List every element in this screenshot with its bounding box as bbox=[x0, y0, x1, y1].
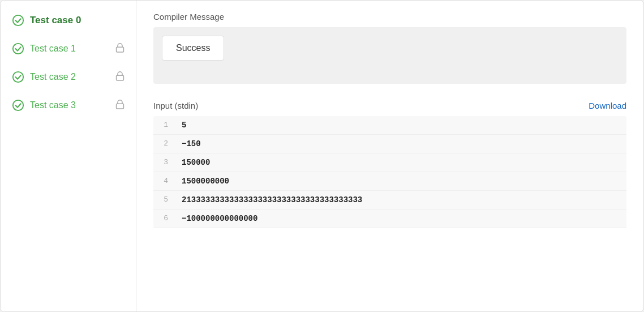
input-label: Input (stdin) bbox=[153, 101, 198, 110]
line-number: 4 bbox=[153, 172, 176, 191]
line-number: 2 bbox=[153, 135, 176, 153]
sidebar-item-tc3[interactable]: Test case 3 bbox=[1, 91, 136, 119]
scrollable-area[interactable]: Compiler Message Success Input (stdin) D… bbox=[136, 1, 643, 311]
sidebar-item-tc0[interactable]: Test case 0 bbox=[1, 6, 136, 35]
code-line: 6−100000000000000 bbox=[153, 210, 626, 228]
sidebar: Test case 0Test case 1Test case 2Test ca… bbox=[1, 1, 136, 311]
lock-icon bbox=[115, 42, 124, 55]
download-link[interactable]: Download bbox=[589, 101, 626, 110]
svg-point-3 bbox=[13, 72, 23, 82]
code-line: 3150000 bbox=[153, 153, 626, 172]
line-content: 1500000000 bbox=[176, 172, 626, 191]
check-icon bbox=[12, 99, 24, 112]
main-container: Test case 0Test case 1Test case 2Test ca… bbox=[0, 0, 644, 312]
line-content: −100000000000000 bbox=[176, 210, 626, 228]
svg-point-0 bbox=[13, 15, 23, 25]
sidebar-item-label: Test case 3 bbox=[30, 100, 76, 110]
line-content: 150000 bbox=[176, 153, 626, 172]
check-icon bbox=[12, 42, 24, 55]
svg-point-1 bbox=[13, 44, 23, 54]
sidebar-item-label: Test case 1 bbox=[30, 44, 76, 54]
sidebar-item-label: Test case 2 bbox=[30, 72, 76, 82]
line-content: 21333333333333333333333333333333333333 bbox=[176, 191, 626, 210]
main-panel: Compiler Message Success Input (stdin) D… bbox=[136, 1, 643, 311]
compiler-message-title: Compiler Message bbox=[153, 12, 626, 22]
svg-point-5 bbox=[13, 100, 23, 110]
svg-rect-6 bbox=[117, 104, 124, 109]
svg-rect-4 bbox=[117, 75, 124, 80]
line-number: 1 bbox=[153, 116, 176, 135]
code-table: 152−150315000041500000000521333333333333… bbox=[153, 116, 626, 228]
sidebar-item-tc1[interactable]: Test case 1 bbox=[1, 35, 136, 63]
success-badge: Success bbox=[162, 36, 224, 61]
lock-icon bbox=[115, 71, 124, 83]
line-number: 5 bbox=[153, 191, 176, 210]
line-number: 3 bbox=[153, 153, 176, 172]
line-content: 5 bbox=[176, 116, 626, 135]
code-line: 521333333333333333333333333333333333333 bbox=[153, 191, 626, 210]
line-content: −150 bbox=[176, 135, 626, 153]
sidebar-item-label: Test case 0 bbox=[30, 15, 81, 26]
line-number: 6 bbox=[153, 210, 176, 228]
code-line: 2−150 bbox=[153, 135, 626, 153]
code-line: 15 bbox=[153, 116, 626, 135]
code-line: 41500000000 bbox=[153, 172, 626, 191]
compiler-message-box: Success bbox=[153, 27, 626, 84]
sidebar-item-tc2[interactable]: Test case 2 bbox=[1, 63, 136, 91]
input-header: Input (stdin) Download bbox=[153, 101, 626, 110]
lock-icon bbox=[115, 99, 124, 112]
check-icon bbox=[12, 14, 24, 27]
check-icon bbox=[12, 71, 24, 83]
svg-rect-2 bbox=[117, 47, 124, 52]
